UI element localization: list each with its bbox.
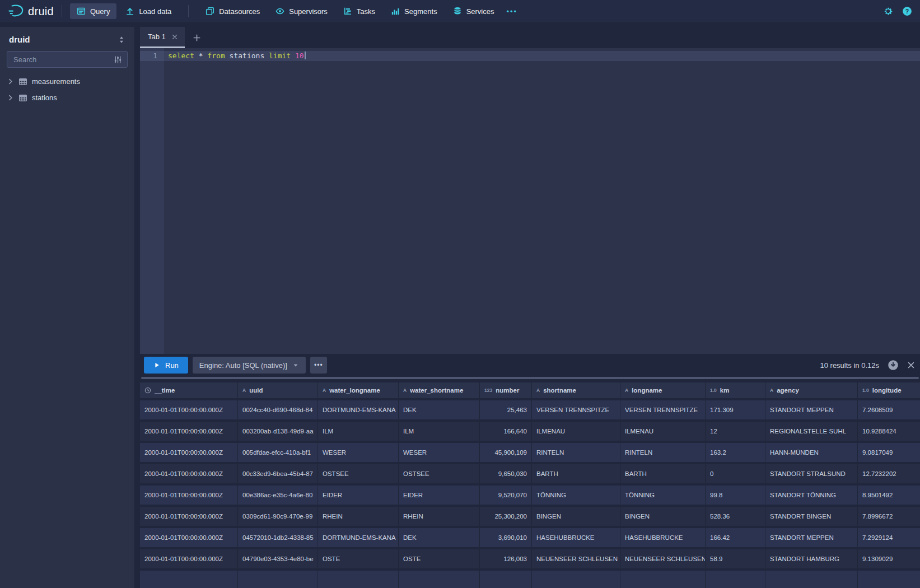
nav-item-segments[interactable]: Segments (384, 3, 444, 19)
column-header-shortname[interactable]: Ashortname (532, 382, 620, 398)
table-cell[interactable]: BINGEN (620, 507, 706, 526)
table-cell[interactable]: VERSEN TRENNSPITZE (620, 400, 706, 419)
table-cell[interactable]: 0309cd61-90c9-470e-99 (238, 507, 318, 526)
table-cell[interactable]: BARTH (532, 464, 620, 483)
table-cell[interactable]: 166,640 (480, 422, 532, 441)
tab-tab-1[interactable]: Tab 1 (140, 27, 185, 48)
table-cell[interactable]: STANDORT STRALSUND (765, 464, 858, 483)
table-cell[interactable]: RINTELN (620, 443, 706, 462)
table-cell[interactable]: 99.8 (706, 486, 765, 505)
column-header-km[interactable]: 1.0km (706, 382, 765, 398)
table-item-measurements[interactable]: measurements (7, 73, 128, 90)
table-cell[interactable]: STANDORT MEPPEN (765, 400, 858, 419)
table-item-stations[interactable]: stations (7, 90, 128, 106)
table-cell[interactable] (399, 571, 480, 588)
table-cell[interactable]: HANN-MÜNDEN (765, 443, 858, 462)
run-button[interactable]: Run (144, 357, 188, 374)
close-results-icon[interactable] (907, 361, 915, 369)
table-cell[interactable] (620, 571, 706, 588)
table-cell[interactable]: EIDER (318, 486, 399, 505)
navbar-more-button[interactable]: ••• (501, 7, 524, 16)
column-header-longname[interactable]: Alongname (620, 382, 706, 398)
table-cell[interactable] (858, 571, 920, 588)
table-cell[interactable]: 10.9288424 (858, 422, 920, 441)
filter-sliders-icon[interactable] (114, 55, 122, 64)
nav-item-datasources[interactable]: Datasources (199, 3, 267, 19)
column-header-time[interactable]: __time (140, 382, 238, 398)
table-cell[interactable]: 166.42 (706, 528, 765, 547)
table-cell[interactable]: OSTSEE (399, 464, 480, 483)
settings-gear-icon[interactable] (883, 6, 893, 16)
sql-editor[interactable]: 1 select * from stations limit 10 (140, 48, 920, 354)
table-cell[interactable]: 003200ab-d138-49d9-aa (238, 422, 318, 441)
table-cell[interactable]: 7.2929124 (858, 528, 920, 547)
table-cell[interactable]: 2000-01-01T00:00:00.000Z (140, 507, 238, 526)
new-tab-button[interactable] (193, 27, 201, 48)
table-cell[interactable]: 7.8996672 (858, 507, 920, 526)
table-cell[interactable]: 2000-01-01T00:00:00.000Z (140, 443, 238, 462)
table-cell[interactable]: STANDORT MEPPEN (765, 528, 858, 547)
column-header-agency[interactable]: Aagency (765, 382, 858, 398)
nav-item-tasks[interactable]: Tasks (337, 3, 382, 19)
table-cell[interactable]: 8.9501492 (858, 486, 920, 505)
table-cell[interactable]: OSTSEE (318, 464, 399, 483)
query-more-button[interactable]: ••• (310, 357, 327, 374)
table-cell[interactable]: 171.309 (706, 400, 765, 419)
table-cell[interactable]: 2000-01-01T00:00:00.000Z (140, 486, 238, 505)
table-cell[interactable]: 2000-01-01T00:00:00.000Z (140, 464, 238, 483)
table-cell[interactable]: DEK (399, 400, 480, 419)
table-cell[interactable]: 9.0817049 (858, 443, 920, 462)
table-cell[interactable]: ILM (399, 422, 480, 441)
table-cell[interactable]: 00c33ed9-6bea-45b4-87 (238, 464, 318, 483)
table-cell[interactable]: 12.7232202 (858, 464, 920, 483)
table-cell[interactable] (140, 571, 238, 588)
app-logo[interactable]: druid (8, 4, 54, 18)
table-cell[interactable]: TÖNNING (620, 486, 706, 505)
nav-item-load-data[interactable]: Load data (119, 3, 178, 19)
table-cell[interactable]: 528.36 (706, 507, 765, 526)
tab-close-icon[interactable] (171, 34, 178, 40)
table-cell[interactable]: DORTMUND-EMS-KANA (318, 400, 399, 419)
column-header-uuid[interactable]: Auuid (238, 382, 318, 398)
table-cell[interactable]: WESER (318, 443, 399, 462)
schema-selector[interactable]: druid (7, 32, 128, 51)
editor-code-area[interactable]: select * from stations limit 10 (164, 48, 920, 354)
table-cell[interactable]: 9,650,030 (480, 464, 532, 483)
table-cell[interactable]: 04790e03-4353-4e80-be (238, 549, 318, 568)
table-cell[interactable]: 163.2 (706, 443, 765, 462)
table-cell[interactable]: 2000-01-01T00:00:00.000Z (140, 549, 238, 568)
table-cell[interactable] (318, 571, 399, 588)
table-cell[interactable]: BINGEN (532, 507, 620, 526)
table-cell[interactable]: DORTMUND-EMS-KANA (318, 528, 399, 547)
table-cell[interactable]: ILM (318, 422, 399, 441)
table-cell[interactable]: 0024cc40-d690-468d-84 (238, 400, 318, 419)
table-cell[interactable]: 00e386ac-e35c-4a6e-80 (238, 486, 318, 505)
table-cell[interactable]: VERSEN TRENNSPITZE (532, 400, 620, 419)
column-header-water-shortname[interactable]: Awater_shortname (399, 382, 480, 398)
table-cell[interactable] (532, 571, 620, 588)
table-cell[interactable]: 2000-01-01T00:00:00.000Z (140, 400, 238, 419)
column-header-number[interactable]: 123number (480, 382, 532, 398)
table-cell[interactable]: 2000-01-01T00:00:00.000Z (140, 528, 238, 547)
table-cell[interactable]: HASEHUBBRÜCKE (620, 528, 706, 547)
engine-select-button[interactable]: Engine: Auto [SQL (native)] (193, 357, 306, 374)
table-cell[interactable]: 25,300,200 (480, 507, 532, 526)
table-cell[interactable]: 25,463 (480, 400, 532, 419)
table-cell[interactable]: NEUENSEER SCHLEUSEN (620, 549, 706, 568)
resize-handle[interactable] (141, 377, 919, 379)
help-icon[interactable]: ? (902, 6, 912, 16)
table-cell[interactable] (480, 571, 532, 588)
table-cell[interactable]: REGIONALSTELLE SUHL (765, 422, 858, 441)
table-cell[interactable]: RINTELN (532, 443, 620, 462)
column-header-water-longname[interactable]: Awater_longname (318, 382, 399, 398)
table-cell[interactable]: 3,690,010 (480, 528, 532, 547)
table-cell[interactable] (765, 571, 858, 588)
nav-item-supervisors[interactable]: Supervisors (269, 3, 334, 19)
table-cell[interactable]: BARTH (620, 464, 706, 483)
table-cell[interactable]: 9.1309029 (858, 549, 920, 568)
table-cell[interactable]: TÖNNING (532, 486, 620, 505)
table-cell[interactable]: EIDER (399, 486, 480, 505)
table-cell[interactable]: 7.2608509 (858, 400, 920, 419)
table-cell[interactable]: 12 (706, 422, 765, 441)
table-cell[interactable]: STANDORT BINGEN (765, 507, 858, 526)
